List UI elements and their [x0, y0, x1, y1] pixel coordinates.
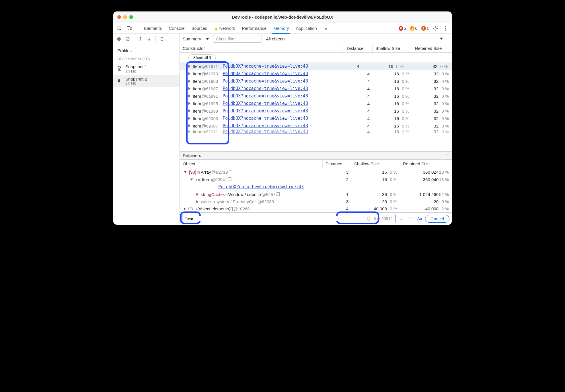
source-link[interactable]: PoLdbOX?nocache=true&view=live:43 [223, 116, 308, 121]
search-box: ⓧ 6 of 20012 [182, 214, 396, 223]
table-row[interactable]: Item @61991PoLdbOX?nocache=true&view=liv… [180, 92, 452, 100]
record-icon[interactable] [115, 35, 123, 43]
upload-icon[interactable] [137, 35, 145, 43]
devtools-window: DevTools - codepen.io/web-dot-dev/live/P… [113, 11, 452, 225]
sidebar-item-snapshot[interactable]: Snapshot 22.0 MB [113, 75, 180, 87]
gear-icon[interactable] [432, 24, 440, 32]
sidebar-item-snapshot[interactable]: Snapshot 11.3 MB [113, 63, 180, 75]
profiles-heading: Profiles [113, 46, 180, 56]
table-row[interactable]: Item @62007PoLdbOX?nocache=true&view=liv… [180, 122, 452, 130]
error-count[interactable]: ✕5 [399, 26, 406, 31]
drag-handle-icon[interactable]: ≡ [447, 153, 449, 158]
table-row[interactable]: Item @61983PoLdbOX?nocache=true&view=liv… [180, 77, 452, 85]
table-row[interactable]: Item @61987PoLdbOX?nocache=true&view=liv… [180, 85, 452, 92]
retainer-row[interactable]: 93 in (object elements)[] @102681 4 40 0… [180, 205, 452, 212]
source-link[interactable]: PoLdbOX?nocache=true&view=live:43 [223, 101, 308, 106]
titlebar: DevTools - codepen.io/web-dot-dev/live/P… [113, 11, 452, 23]
snapshot-icon [117, 79, 122, 83]
retainer-row[interactable]: [93] in Array @82719 ❐ 3 160 % 360 02418… [180, 168, 452, 176]
retainers-title: Retainers≡ [180, 152, 452, 160]
source-link[interactable]: PoLdbOX?nocache=true&view=live:43 [223, 64, 308, 69]
search-bar: ⓧ 6 of 20012 ︿ ﹀ Aa Cancel [180, 212, 452, 225]
scope-selector[interactable]: All objects [266, 36, 285, 41]
col-shallow[interactable]: Shallow Size [373, 44, 412, 52]
show-all-button[interactable]: Show all 3 [188, 54, 216, 61]
table-row[interactable]: Item @61971PoLdbOX?nocache=true&view=liv… [180, 62, 452, 70]
snapshot-icon [117, 66, 122, 72]
warning-count[interactable]: ▲6 [410, 26, 417, 31]
table-row[interactable]: Item @62011PoLdbOX?nocache=true&view=liv… [180, 130, 452, 134]
ret-col-object[interactable]: Object [180, 160, 323, 168]
tab-elements[interactable]: Elements [141, 23, 165, 34]
more-tabs-icon[interactable]: » [322, 24, 330, 32]
sidebar-group: HEAP SNAPSHOTS [113, 56, 180, 63]
close-window-icon[interactable] [117, 15, 121, 19]
main-tabstrip: ElementsConsoleSources▲NetworkPerformanc… [113, 23, 452, 34]
source-link[interactable]: PoLdbOX?nocache=true&view=live:43 [223, 108, 308, 113]
tab-performance[interactable]: Performance [238, 23, 270, 34]
ret-col-retained[interactable]: Retained Size [400, 160, 452, 168]
tab-network[interactable]: ▲Network [211, 23, 239, 34]
issue-count[interactable]: !1 [421, 26, 429, 31]
tab-console[interactable]: Console [165, 23, 188, 34]
search-input[interactable] [185, 216, 365, 221]
table-row[interactable]: Item @61999PoLdbOX?nocache=true&view=liv… [180, 107, 452, 115]
source-link[interactable]: PoLdbOX?nocache=true&view=live:43 [223, 86, 308, 91]
tab-application[interactable]: Application [293, 23, 320, 34]
retainer-row[interactable]: stringCache in Window / cdpn.io @6257 ❐ … [180, 191, 452, 198]
download-icon[interactable] [145, 35, 153, 43]
svg-point-5 [445, 28, 446, 29]
svg-point-4 [445, 26, 446, 27]
source-link[interactable]: PoLdbOX?nocache=true&view=live:43 [223, 71, 308, 76]
search-next-icon[interactable]: ﹀ [408, 216, 414, 221]
profiles-sidebar: Profiles HEAP SNAPSHOTS Snapshot 11.3 MB… [113, 44, 180, 225]
clear-icon[interactable] [124, 35, 132, 43]
col-distance[interactable]: Distance [344, 44, 373, 52]
svg-point-6 [445, 30, 446, 30]
maximize-window-icon[interactable] [129, 15, 133, 19]
window-title: DevTools - codepen.io/web-dot-dev/live/P… [113, 15, 452, 19]
table-row[interactable]: Item @61995PoLdbOX?nocache=true&view=liv… [180, 100, 452, 107]
constructor-rows: Show all 3 Item @61971PoLdbOX?nocache=tr… [180, 53, 452, 151]
scope-dropdown-icon[interactable] [440, 36, 443, 41]
retainer-row[interactable]: PoLdbOX?nocache=true&view=live:43 [180, 183, 452, 191]
retainer-row[interactable]: value in system / PropertyCell @62039 3 … [180, 198, 452, 205]
class-filter-input[interactable]: Class filter [213, 35, 262, 43]
inspect-icon[interactable] [116, 24, 124, 32]
ret-col-shallow[interactable]: Shallow Size [351, 160, 400, 168]
retainers-pane: Retainers≡ Object Distance Shallow Size … [180, 151, 452, 212]
clear-search-icon[interactable]: ⓧ [367, 216, 371, 222]
cancel-button[interactable]: Cancel [425, 215, 449, 223]
table-row[interactable]: Item @62003PoLdbOX?nocache=true&view=liv… [180, 115, 452, 122]
view-selector[interactable]: Summary [183, 36, 210, 41]
retainer-row[interactable]: x in Item @62041 ❐ 2 160 % 360 04018 % [180, 176, 452, 183]
col-retained[interactable]: Retained Size [412, 44, 452, 52]
ret-col-distance[interactable]: Distance [323, 160, 351, 168]
tab-memory[interactable]: Memory [270, 23, 292, 34]
svg-point-3 [435, 28, 437, 29]
svg-rect-1 [127, 26, 130, 29]
match-case-button[interactable]: Aa [417, 216, 422, 221]
traffic-lights [117, 15, 133, 19]
svg-rect-2 [130, 27, 132, 30]
search-count: 6 of 20012 [374, 216, 393, 221]
kebab-icon[interactable] [441, 24, 449, 32]
source-link[interactable]: PoLdbOX?nocache=true&view=live:43 [223, 130, 308, 134]
profile-toolbar: Summary Class filter All objects [113, 34, 452, 44]
constructor-table-header: Constructor Distance Shallow Size Retain… [180, 44, 452, 53]
source-link[interactable]: PoLdbOX?nocache=true&view=live:43 [223, 93, 308, 99]
table-row[interactable]: Item @61979PoLdbOX?nocache=true&view=liv… [180, 70, 452, 77]
minimize-window-icon[interactable] [123, 15, 127, 19]
col-constructor[interactable]: Constructor [180, 44, 344, 52]
delete-icon[interactable] [158, 35, 166, 43]
tab-sources[interactable]: Sources [188, 23, 211, 34]
device-icon[interactable] [125, 24, 133, 32]
search-prev-icon[interactable]: ︿ [399, 216, 405, 221]
svg-point-8 [118, 38, 120, 40]
source-link[interactable]: PoLdbOX?nocache=true&view=live:43 [223, 123, 308, 128]
source-link[interactable]: PoLdbOX?nocache=true&view=live:43 [223, 79, 308, 84]
